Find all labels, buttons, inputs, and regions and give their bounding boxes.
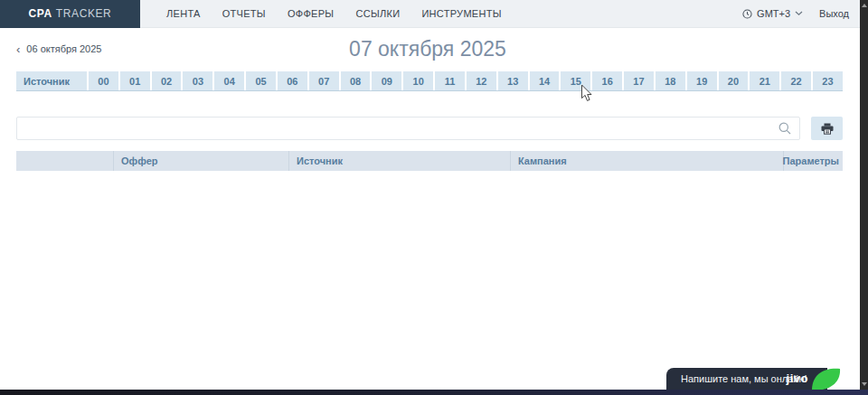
hour-cell: 01 [118,71,150,90]
hour-cell: 11 [433,71,465,90]
navbar-right: GMT+3 Выход [742,8,849,19]
hour-cell: 09 [370,71,401,90]
menu-item-feed[interactable]: ЛЕНТА [156,8,212,19]
main-menu: ЛЕНТА ОТЧЕТЫ ОФФЕРЫ ССЫЛКИ ИНСТРУМЕНТЫ [156,8,513,19]
hour-cell: 23 [811,71,843,90]
timezone-label: GMT+3 [757,8,790,19]
page-title: 07 октября 2025 [0,37,855,61]
hour-cell: 10 [401,71,433,90]
menu-item-reports[interactable]: ОТЧЕТЫ [212,8,277,19]
column-header-params: Параметры [783,151,843,171]
column-header-blank [16,151,113,171]
report-table-header: Оффер Источник Кампания Параметры [16,151,843,171]
hour-cell: 20 [717,71,749,90]
hours-header-row: Источник 00 01 02 03 04 05 06 07 08 09 1… [16,71,843,91]
column-header-campaign: Кампания [510,151,783,171]
hour-cell: 16 [590,71,622,90]
hour-cell: 08 [339,71,371,90]
hour-cell: 17 [622,71,654,90]
top-navbar: CPA TRACKER ЛЕНТА ОТЧЕТЫ ОФФЕРЫ ССЫЛКИ И… [0,0,860,28]
clock-icon [742,9,752,19]
hour-cell: 12 [465,71,496,90]
vertical-scrollbar[interactable] [860,0,868,390]
hour-cell: 14 [528,71,560,90]
hour-cell: 21 [748,71,779,90]
hour-cell: 07 [307,71,339,90]
app-logo-bold: CPA [29,7,52,20]
chat-widget[interactable]: Напишите нам, мы онлайн! jivo [666,368,841,390]
chat-brand-logo: jivo [787,371,808,385]
logout-button[interactable]: Выход [819,8,849,19]
chevron-down-icon [795,11,803,16]
hour-cell: 04 [212,71,244,90]
print-export-button[interactable] [811,117,843,140]
bottom-edge-bar [0,390,868,395]
hour-cell: 06 [276,71,307,90]
hour-cell: 03 [181,71,212,90]
source-column-header: Источник [16,71,87,90]
scroll-up-arrow[interactable] [860,1,868,10]
hour-cell: 02 [150,71,182,90]
hour-cell: 18 [654,71,685,90]
search-bar [16,117,800,140]
timezone-dropdown[interactable]: GMT+3 [742,8,803,19]
menu-item-links[interactable]: ССЫЛКИ [344,8,410,19]
search-input[interactable] [17,118,778,139]
menu-item-tools[interactable]: ИНСТРУМЕНТЫ [410,8,512,19]
column-header-offer: Оффер [113,151,288,171]
hour-cell: 22 [779,71,811,90]
menu-item-offers[interactable]: ОФФЕРЫ [277,8,345,19]
hour-cell: 00 [87,71,118,90]
printer-icon [821,123,834,135]
hour-cell: 19 [685,71,717,90]
scroll-down-arrow[interactable] [860,380,868,389]
app-logo-rest: TRACKER [56,7,112,20]
hour-cell: 05 [244,71,276,90]
hour-cell: 13 [496,71,528,90]
search-icon[interactable] [778,122,791,135]
app-logo[interactable]: CPA TRACKER [0,0,140,28]
column-header-source: Источник [288,151,510,171]
hour-cell: 15 [559,71,590,90]
